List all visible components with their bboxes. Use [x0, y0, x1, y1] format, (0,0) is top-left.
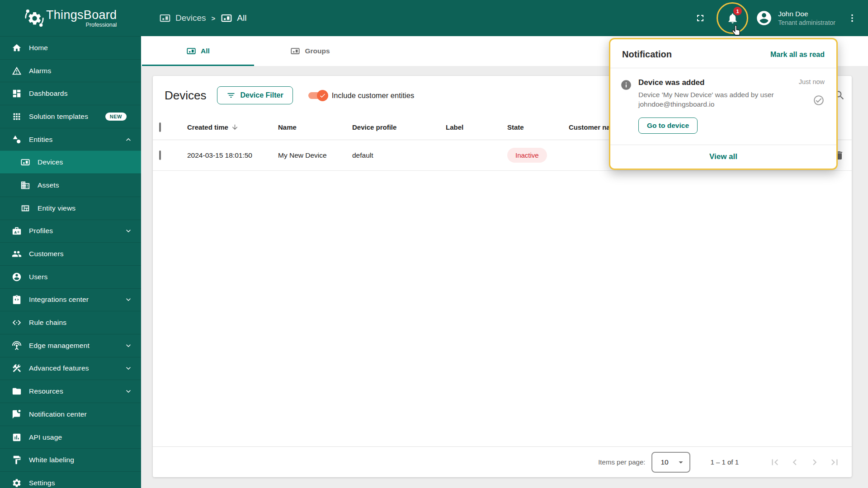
items-per-page-select[interactable]: 10	[651, 452, 690, 473]
dashboards-icon	[12, 89, 22, 99]
page-title: Devices	[165, 89, 206, 103]
next-page-button[interactable]	[805, 452, 825, 472]
sidebar-item-profiles[interactable]: Profiles	[0, 220, 141, 243]
sidebar-item-label: Users	[29, 273, 47, 281]
assets-icon	[20, 180, 30, 190]
sidebar-item-label: Resources	[29, 387, 63, 395]
notification-highlight-ring: 1	[717, 2, 748, 34]
sidebar-item-entities[interactable]: Entities	[0, 128, 141, 151]
column-name[interactable]: Name	[278, 123, 352, 131]
cell-created-time: 2024-03-15 18:01:50	[187, 151, 278, 160]
sidebar-item-label: Alarms	[29, 67, 51, 75]
sidebar-item-customers[interactable]: Customers	[0, 242, 141, 265]
items-per-page-label: Items per page:	[598, 458, 645, 466]
sidebar-item-home[interactable]: Home	[0, 36, 141, 59]
previous-page-button[interactable]	[785, 452, 805, 472]
mouse-cursor	[730, 23, 742, 38]
last-page-button[interactable]	[825, 452, 844, 472]
sidebar-item-alarms[interactable]: Alarms	[0, 59, 141, 82]
check-circle-icon	[813, 94, 825, 106]
user-avatar[interactable]	[755, 9, 773, 27]
sidebar-item-label: API usage	[29, 433, 62, 441]
tab-groups[interactable]: Groups	[254, 36, 366, 66]
sidebar-item-label: Notification center	[29, 410, 87, 418]
chevron-down-icon	[124, 226, 133, 235]
filter-icon	[226, 91, 236, 100]
column-created-time[interactable]: Created time	[187, 123, 278, 131]
mark-all-as-read-link[interactable]: Mark all as read	[770, 51, 825, 59]
sidebar-item-rule-chains[interactable]: Rule chains	[0, 311, 141, 334]
sidebar-item-api-usage[interactable]: API usage	[0, 426, 141, 449]
popup-title: Notification	[622, 49, 672, 60]
cell-name: My New Device	[278, 151, 352, 160]
info-icon	[620, 79, 632, 91]
view-all-link[interactable]: View all	[610, 145, 836, 169]
go-to-device-button[interactable]: Go to device	[638, 117, 698, 134]
sidebar-item-label: Dashboards	[29, 89, 68, 98]
notification-time: Just now	[799, 78, 825, 85]
sidebar-item-label: Edge management	[29, 342, 90, 350]
integrations-icon	[12, 295, 22, 305]
select-all-checkbox[interactable]	[159, 122, 161, 132]
sidebar-item-devices[interactable]: Devices	[0, 150, 141, 174]
breadcrumb-label: Devices	[175, 13, 206, 23]
sidebar-item-users[interactable]: Users	[0, 265, 141, 288]
chevron-down-icon	[124, 387, 133, 396]
sidebar-item-solution-templates[interactable]: Solution templates NEW	[0, 105, 141, 128]
edge-management-icon	[12, 341, 22, 351]
sidebar-item-advanced-features[interactable]: Advanced features	[0, 357, 141, 380]
notification-title: Device was added	[638, 78, 794, 87]
brand-logo[interactable]: ThingsBoard Professional	[0, 0, 141, 36]
chevron-down-icon	[124, 295, 133, 304]
advanced-features-icon	[12, 363, 22, 373]
sidebar-item-label: Settings	[29, 479, 55, 487]
chevron-up-icon	[124, 135, 133, 144]
alarms-icon	[12, 66, 22, 76]
state-badge: Inactive	[507, 148, 547, 163]
chevron-left-icon	[789, 456, 801, 468]
device-filter-button[interactable]: Device Filter	[217, 86, 292, 104]
breadcrumb-devices[interactable]: Devices	[159, 12, 206, 24]
sidebar-item-resources[interactable]: Resources	[0, 380, 141, 403]
sidebar-item-notification-center[interactable]: Notification center	[0, 403, 141, 426]
fullscreen-button[interactable]	[695, 13, 706, 23]
row-checkbox[interactable]	[159, 150, 161, 160]
solution-templates-icon	[12, 112, 22, 122]
customers-icon	[12, 249, 22, 259]
breadcrumb-all[interactable]: All	[221, 12, 246, 24]
top-actions: 1 John Doe Tenant administrator	[695, 2, 857, 34]
api-usage-icon	[12, 432, 22, 442]
sidebar-item-assets[interactable]: Assets	[0, 174, 141, 197]
brand-name: ThingsBoard	[46, 8, 117, 22]
sidebar-item-integrations-center[interactable]: Integrations center	[0, 288, 141, 311]
sidebar-item-settings[interactable]: Settings	[0, 471, 141, 488]
tab-all[interactable]: All	[142, 36, 254, 66]
breadcrumb-separator: >	[212, 14, 216, 22]
mark-read-button[interactable]	[813, 94, 825, 106]
column-label[interactable]: Label	[446, 123, 507, 131]
column-state[interactable]: State	[507, 123, 569, 131]
device-icon	[290, 46, 300, 56]
devices-icon	[20, 157, 30, 167]
entity-views-icon	[20, 203, 30, 213]
white-labeling-icon	[12, 455, 22, 465]
first-page-button[interactable]	[765, 452, 785, 472]
sidebar-item-white-labeling[interactable]: White labeling	[0, 448, 141, 471]
notification-item: Device was added Device 'My New Device' …	[610, 68, 836, 145]
sidebar-item-label: Rule chains	[29, 319, 66, 327]
sidebar-item-dashboards[interactable]: Dashboards	[0, 82, 141, 105]
column-device-profile[interactable]: Device profile	[352, 123, 446, 131]
first-page-icon	[769, 456, 781, 468]
tab-label: Groups	[305, 47, 330, 55]
toggle-label: Include customer entities	[332, 91, 415, 100]
device-icon	[221, 12, 232, 24]
kebab-icon	[847, 13, 857, 23]
include-customer-entities-toggle[interactable]: Include customer entities	[308, 91, 415, 100]
more-menu-button[interactable]	[847, 13, 857, 23]
thingsboard-app: ThingsBoard Professional Home Alarms Das…	[0, 0, 868, 488]
sidebar-item-entity-views[interactable]: Entity views	[0, 197, 141, 220]
resources-icon	[12, 386, 22, 396]
breadcrumb-label: All	[237, 13, 246, 23]
settings-icon	[12, 478, 22, 488]
sidebar-item-edge-management[interactable]: Edge management	[0, 334, 141, 357]
